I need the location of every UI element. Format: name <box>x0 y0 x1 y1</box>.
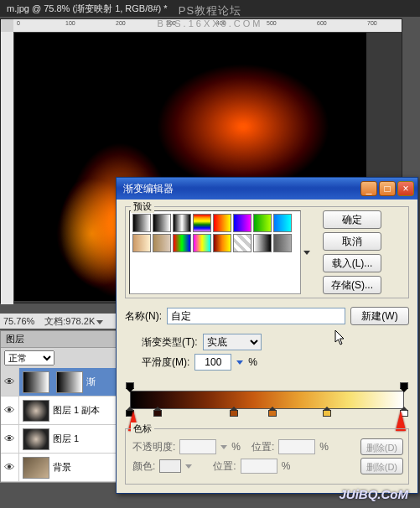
stop-color-swatch <box>159 459 181 473</box>
ruler-tick: 500 <box>267 20 277 26</box>
opacity-input <box>179 439 216 454</box>
smoothness-input[interactable] <box>194 354 231 371</box>
preset-swatch[interactable] <box>132 234 151 252</box>
ok-button[interactable]: 确定 <box>323 210 381 229</box>
zoom-readout[interactable]: 75.76% <box>3 316 34 326</box>
smoothness-label: 平滑度(M): <box>142 355 189 370</box>
preset-swatch[interactable] <box>153 234 171 252</box>
color-pos-input <box>241 459 277 474</box>
gradient-editor-dialog: 渐变编辑器 _ □ × 预设 确定 取消 载入( <box>116 177 418 494</box>
preset-swatch[interactable] <box>213 214 231 232</box>
ruler-tick: 600 <box>317 20 327 26</box>
close-button[interactable]: × <box>397 181 414 196</box>
dialog-title: 渐变编辑器 <box>123 182 174 196</box>
layers-panel: 图层 正常 👁渐👁图层 1 副本👁图层 1👁背景 <box>0 330 126 483</box>
layer-name-label: 渐 <box>86 376 96 388</box>
new-button[interactable]: 新建(W) <box>350 307 409 325</box>
opacity-stops-track[interactable] <box>130 382 404 391</box>
ruler-origin[interactable] <box>1 19 13 32</box>
doc-info[interactable]: 文档:978.2K <box>44 315 103 328</box>
layer-mask-thumbnail[interactable] <box>56 371 83 393</box>
preset-swatch[interactable] <box>153 214 171 232</box>
presets-grid <box>129 210 301 294</box>
color-stop[interactable] <box>230 410 238 420</box>
layer-row[interactable]: 👁图层 1 <box>1 425 125 454</box>
ruler-tick: 700 <box>367 20 377 26</box>
presets-label: 预设 <box>131 200 154 213</box>
ruler-tick: 0 <box>17 20 20 26</box>
presets-group: 预设 确定 取消 载入(L)... 存储(S)... <box>125 206 409 298</box>
load-button[interactable]: 载入(L)... <box>323 254 381 272</box>
ruler-tick: 400 <box>216 20 226 26</box>
preset-swatch[interactable] <box>233 214 251 232</box>
preset-swatch[interactable] <box>273 234 292 252</box>
gradient-type-select[interactable]: 实底 <box>203 334 262 350</box>
ruler-tick: 200 <box>116 20 126 26</box>
blend-mode-select[interactable]: 正常 <box>4 350 54 365</box>
layer-thumbnail[interactable] <box>23 400 49 422</box>
layer-row[interactable]: 👁背景 <box>1 454 125 482</box>
opacity-stop[interactable] <box>400 382 408 391</box>
layers-panel-tab[interactable]: 图层 <box>1 331 125 348</box>
preset-swatch[interactable] <box>193 214 211 232</box>
visibility-eye-icon[interactable]: 👁 <box>1 454 19 481</box>
delete-opacity-stop-button: 删除(D) <box>360 438 403 455</box>
opacity-pos-label: 位置: <box>251 440 274 454</box>
pct-label-2: % <box>319 441 329 453</box>
gradient-ramp <box>130 382 404 422</box>
layer-row[interactable]: 👁渐 <box>1 368 125 397</box>
opacity-pos-input <box>278 439 315 454</box>
gradient-bar[interactable] <box>130 391 404 409</box>
smoothness-dropdown-icon[interactable] <box>236 360 243 365</box>
layers-list: 👁渐👁图层 1 副本👁图层 1👁背景 <box>1 368 125 482</box>
stops-group: 色标 不透明度: % 位置: % 删除(D) 颜色: 位置: <box>125 428 409 485</box>
preset-swatch[interactable] <box>233 234 251 252</box>
pct-label: % <box>231 441 241 453</box>
preset-swatch[interactable] <box>132 214 151 232</box>
color-stops-track[interactable] <box>130 410 404 422</box>
gradient-name-input[interactable] <box>167 308 345 324</box>
preset-swatch[interactable] <box>253 234 272 252</box>
layer-row[interactable]: 👁图层 1 副本 <box>1 397 125 425</box>
name-label: 名称(N): <box>125 309 162 324</box>
ruler-tick: 100 <box>65 20 75 26</box>
visibility-eye-icon[interactable]: 👁 <box>1 425 19 453</box>
preset-swatch[interactable] <box>173 214 191 232</box>
photoshop-window: m.jpg @ 75.8% (渐变映射 1, RGB/8#) * 0 100 2… <box>0 0 420 508</box>
opacity-label: 不透明度: <box>132 440 175 454</box>
minimize-button[interactable]: _ <box>360 181 377 196</box>
preset-swatch[interactable] <box>213 234 231 252</box>
preset-swatch[interactable] <box>253 214 272 232</box>
preset-swatch[interactable] <box>193 234 211 252</box>
layer-name-label: 图层 1 <box>53 433 79 445</box>
visibility-eye-icon[interactable]: 👁 <box>1 368 19 396</box>
document-tab[interactable]: m.jpg @ 75.8% (渐变映射 1, RGB/8#) * <box>0 0 420 17</box>
dialog-titlebar[interactable]: 渐变编辑器 _ □ × <box>117 178 417 200</box>
opacity-stop[interactable] <box>126 382 134 391</box>
color-stop[interactable] <box>323 410 331 420</box>
preset-swatch[interactable] <box>273 214 292 232</box>
cancel-button[interactable]: 取消 <box>323 232 381 251</box>
color-stop[interactable] <box>268 410 277 420</box>
maximize-button[interactable]: □ <box>379 181 396 196</box>
color-pos-label: 位置: <box>213 459 236 474</box>
layer-thumbnail[interactable] <box>23 428 49 450</box>
visibility-eye-icon[interactable]: 👁 <box>1 397 19 424</box>
color-label: 颜色: <box>132 459 155 474</box>
save-button[interactable]: 存储(S)... <box>323 276 381 294</box>
layer-name-label: 背景 <box>53 461 71 474</box>
color-dropdown-icon <box>185 464 192 469</box>
layer-thumbnail[interactable] <box>23 457 49 479</box>
ruler-vertical[interactable] <box>1 32 13 304</box>
stops-label: 色标 <box>131 422 154 435</box>
gradient-type-label: 渐变类型(T): <box>142 335 198 350</box>
delete-color-stop-button: 删除(D) <box>360 458 403 474</box>
layer-thumbnail[interactable] <box>23 371 49 393</box>
smoothness-unit: % <box>248 356 257 368</box>
presets-options-icon[interactable] <box>303 251 310 255</box>
color-stop[interactable] <box>153 410 162 420</box>
ruler-tick: 300 <box>166 20 176 26</box>
layer-name-label: 图层 1 副本 <box>53 404 100 417</box>
preset-swatch[interactable] <box>173 234 191 252</box>
ruler-horizontal[interactable]: 0 100 200 300 400 500 600 700 <box>13 19 402 32</box>
